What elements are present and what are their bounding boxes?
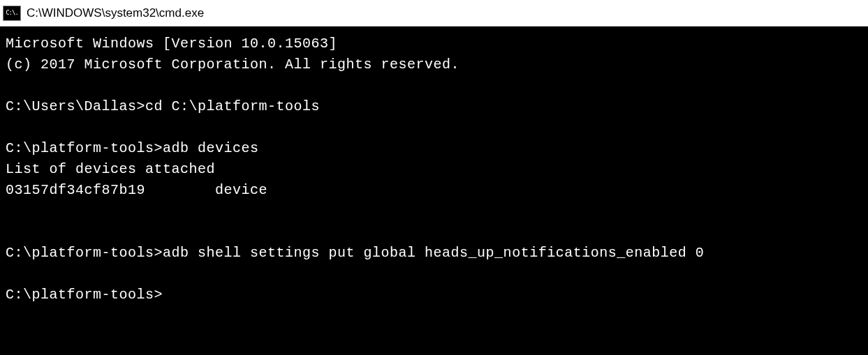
prompt: C:\platform-tools> xyxy=(6,287,163,303)
cmd-icon-label: C:\. xyxy=(6,10,18,16)
blank-line xyxy=(6,75,862,96)
blank-line xyxy=(6,264,862,285)
banner-line: (c) 2017 Microsoft Corporation. All righ… xyxy=(6,54,862,75)
command-text: adb shell settings put global heads_up_n… xyxy=(163,245,704,261)
command-text: adb devices xyxy=(163,140,259,156)
prompt: C:\platform-tools> xyxy=(6,140,163,156)
window-title: C:\WINDOWS\system32\cmd.exe xyxy=(27,6,204,20)
prompt: C:\platform-tools> xyxy=(6,245,163,261)
output-line: List of devices attached xyxy=(6,159,862,180)
cmd-icon: C:\. xyxy=(3,6,21,21)
command-text: cd C:\platform-tools xyxy=(145,98,320,114)
command-line: C:\platform-tools>adb shell settings put… xyxy=(6,243,862,264)
command-line: C:\platform-tools>adb devices xyxy=(6,138,862,159)
banner-line: Microsoft Windows [Version 10.0.15063] xyxy=(6,33,862,54)
command-line: C:\Users\Dallas>cd C:\platform-tools xyxy=(6,96,862,117)
terminal-area[interactable]: Microsoft Windows [Version 10.0.15063](c… xyxy=(0,27,868,355)
blank-line xyxy=(6,201,862,222)
prompt: C:\Users\Dallas> xyxy=(6,98,145,114)
output-line: 03157df34cf87b19 device xyxy=(6,180,862,201)
command-line: C:\platform-tools> xyxy=(6,285,862,305)
blank-line xyxy=(6,117,862,138)
blank-line xyxy=(6,222,862,243)
window-title-bar[interactable]: C:\. C:\WINDOWS\system32\cmd.exe xyxy=(0,0,868,27)
